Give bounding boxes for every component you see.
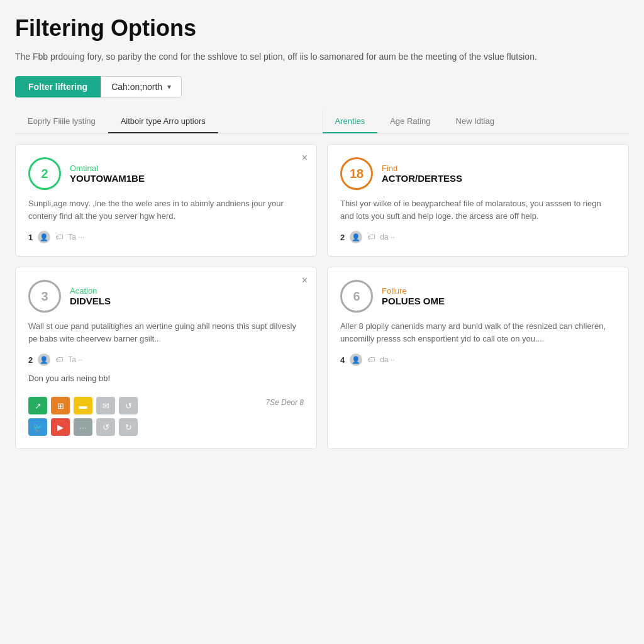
card-3-tags: Ta ··: [68, 355, 82, 364]
card-2-title: ACTOR/DERTESS: [382, 173, 462, 184]
card-3-comment: Don you arls neing bb!: [28, 374, 304, 383]
tab-eoprly[interactable]: Eoprly Fiiile lysting: [15, 110, 108, 133]
card-1-category: Omtinal: [70, 164, 145, 173]
card-2-footer: 2 👤 🏷 da ··: [340, 231, 616, 243]
action-btn-video[interactable]: ▶: [51, 418, 70, 436]
action-btn-undo[interactable]: ↺: [96, 418, 115, 436]
card-4-tags: da ··: [380, 355, 394, 364]
card-2-count: 2: [340, 233, 345, 242]
dropdown-label: Cah:on;north: [111, 82, 162, 92]
action-btn-share[interactable]: ↗: [28, 397, 47, 414]
left-tab-group: Eoprly Fiiile lysting Aitboir type Arro …: [15, 110, 322, 133]
action-btn-twitter[interactable]: 🐦: [28, 418, 47, 436]
card-3-count: 2: [28, 355, 33, 365]
action-btn-more[interactable]: ···: [74, 418, 92, 436]
card-2-title-block: Find ACTOR/DERTESS: [382, 164, 462, 184]
card-3-footer: 2 👤 🏷 Ta ··: [28, 353, 304, 366]
card-2-category: Find: [382, 164, 462, 173]
card-3-action-row: ↗ ⊞ ▬ ✉ ↺ 7Se Deor 8: [28, 391, 304, 414]
filter-active-button[interactable]: Folter liftering: [15, 76, 101, 97]
tab-arenties[interactable]: Arenties: [323, 110, 378, 133]
card-1-title: YOUTOWAM1BE: [70, 173, 145, 184]
action-date: 7Se Deor 8: [265, 398, 304, 407]
card-2-body: Thisl yor wilke of ie beayparcheaf file …: [340, 197, 616, 222]
card-1-tags: Ta ···: [68, 233, 84, 242]
user-icon-2: 👤: [350, 231, 362, 243]
card-4-category: Follure: [382, 286, 445, 296]
card-1-title-block: Omtinal YOUTOWAM1BE: [70, 164, 145, 184]
badge-4: 6: [340, 280, 373, 313]
tab-age-rating[interactable]: Age Rating: [377, 110, 443, 133]
card-2-tags: da ··: [380, 233, 394, 242]
card-1-header: 2 Omtinal YOUTOWAM1BE: [28, 157, 304, 190]
close-button-1[interactable]: ×: [302, 152, 308, 164]
tab-new-idtiag[interactable]: New Idtiag: [443, 110, 507, 133]
card-3-body: Wall st oue pand putalitighes an wertine…: [28, 320, 304, 345]
card-4-footer: 4 👤 🏷 da ··: [340, 353, 616, 366]
badge-2: 18: [340, 157, 373, 190]
card-2-header: 18 Find ACTOR/DERTESS: [340, 157, 616, 190]
card-4-header: 6 Follure POLUES OME: [340, 280, 616, 313]
card-3-title: DIDVELS: [70, 296, 111, 306]
card-3-title-block: Acation DIDVELS: [70, 286, 111, 306]
badge-3: 3: [28, 280, 61, 313]
filter-bar: Folter liftering Cah:on;north ▾: [15, 76, 629, 97]
card-1-footer: 1 👤 🏷 Ta ···: [28, 231, 304, 243]
action-buttons-row1: ↗ ⊞ ▬ ✉ ↺: [28, 397, 138, 414]
chevron-down-icon: ▾: [167, 82, 171, 91]
action-btn-mail[interactable]: ✉: [96, 397, 115, 414]
page-title: Filtering Options: [15, 15, 629, 42]
tab-aitboir[interactable]: Aitboir type Arro uptiors: [108, 110, 218, 133]
filter-dropdown-button[interactable]: Cah:on;north ▾: [101, 76, 182, 97]
card-4-body: Aller 8 plopily canenids many ard bunld …: [340, 320, 616, 345]
card-3-header: 3 Acation DIDVELS: [28, 280, 304, 313]
card-1-count: 1: [28, 233, 33, 242]
card-4: 6 Follure POLUES OME Aller 8 plopily can…: [327, 267, 629, 449]
action-btn-bar[interactable]: ▬: [74, 397, 92, 414]
tag-icon-4: 🏷: [367, 355, 375, 364]
card-4-count: 4: [340, 355, 345, 365]
card-4-title: POLUES OME: [382, 296, 445, 306]
user-icon-4: 👤: [350, 353, 362, 366]
tag-icon-3: 🏷: [55, 355, 63, 364]
action-btn-grid[interactable]: ⊞: [51, 397, 70, 414]
card-1: × 2 Omtinal YOUTOWAM1BE Sunpli,age movy.…: [15, 144, 317, 257]
card-3: × 3 Acation DIDVELS Wall st oue pand put…: [15, 267, 317, 449]
card-3-category: Acation: [70, 286, 111, 296]
user-icon-3: 👤: [38, 353, 50, 366]
card-4-title-block: Follure POLUES OME: [382, 286, 445, 306]
tag-icon-2: 🏷: [367, 233, 375, 242]
badge-1: 2: [28, 157, 61, 190]
page-description: The Fbb prdouing fory, so pariby the con…: [15, 50, 581, 64]
card-1-body: Sunpli,age movy. ,lne the the wele ares …: [28, 197, 304, 222]
action-buttons-row2: 🐦 ▶ ··· ↺ ↻: [28, 418, 304, 436]
action-btn-redo[interactable]: ↻: [119, 418, 138, 436]
card-2: 18 Find ACTOR/DERTESS Thisl yor wilke of…: [327, 144, 629, 257]
tag-icon-1: 🏷: [55, 233, 63, 242]
close-button-3[interactable]: ×: [302, 275, 308, 286]
right-tab-group: Arenties Age Rating New Idtiag: [322, 110, 630, 133]
action-btn-refresh[interactable]: ↺: [119, 397, 138, 414]
user-icon-1: 👤: [38, 231, 50, 243]
content-grid: × 2 Omtinal YOUTOWAM1BE Sunpli,age movy.…: [15, 144, 629, 449]
